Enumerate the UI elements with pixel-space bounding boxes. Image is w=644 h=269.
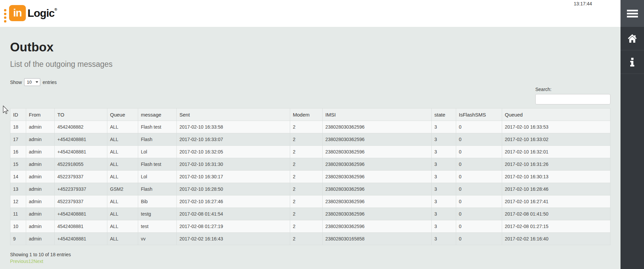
- cell-queued: 2017-02-08 01:27:15: [502, 220, 610, 233]
- cell-queued: 2017-02-02 16:16:40: [502, 233, 610, 245]
- cell-message: test: [138, 220, 177, 233]
- cell-message: Flash test: [138, 158, 177, 171]
- column-header-modem[interactable]: Modem: [290, 108, 323, 121]
- cell-to: 4522379337: [55, 195, 107, 208]
- cell-imsi: 238028030362596: [323, 121, 432, 133]
- cell-to: +4522379337: [55, 183, 107, 195]
- cell-state: 3: [432, 146, 456, 158]
- main-content: Outbox List of the outgoing messages Sho…: [0, 27, 621, 269]
- cell-imsi: 238028030362596: [323, 158, 432, 171]
- cell-id: 11: [10, 208, 26, 220]
- column-header-state[interactable]: state: [432, 108, 456, 121]
- cell-queue: GSM2: [107, 183, 138, 195]
- cell-from: admin: [26, 208, 55, 220]
- cell-message: Lol: [138, 171, 177, 183]
- cell-sent: 2017-02-10 16:30:17: [177, 171, 290, 183]
- logo-wordmark: Logic®: [28, 7, 57, 19]
- column-header-queue[interactable]: Queue: [107, 108, 138, 121]
- cell-queued: 2017-02-10 16:32:01: [502, 146, 610, 158]
- cell-message: Lol: [138, 146, 177, 158]
- home-icon: [627, 34, 637, 43]
- pagination-next[interactable]: Next: [34, 259, 43, 264]
- cell-id: 13: [10, 183, 26, 195]
- cell-queued: 2017-02-10 16:33:53: [502, 121, 610, 133]
- column-header-from[interactable]: From: [26, 108, 55, 121]
- table-row: 14admin4522379337ALLLol2017-02-10 16:30:…: [10, 171, 610, 183]
- cell-modem: 2: [290, 195, 323, 208]
- cell-queued: 2017-02-10 16:33:02: [502, 133, 610, 146]
- sidebar-item-home[interactable]: [621, 27, 644, 50]
- pagination-previous[interactable]: Previous: [10, 259, 28, 264]
- cell-state: 3: [432, 171, 456, 183]
- cell-isflashsms: 0: [456, 208, 502, 220]
- column-header-sent[interactable]: Sent: [177, 108, 290, 121]
- cell-imsi: 238028030362596: [323, 195, 432, 208]
- sidebar-item-info[interactable]: [621, 50, 644, 74]
- table-row: 15admin4522918055ALLFlash test2017-02-10…: [10, 158, 610, 171]
- entries-label: entries: [43, 80, 57, 85]
- cell-to: +4542408881: [55, 133, 107, 146]
- cell-state: 3: [432, 121, 456, 133]
- show-label: Show: [10, 80, 22, 85]
- logo[interactable]: in Logic®: [4, 4, 57, 23]
- cell-queued: 2017-02-10 16:27:41: [502, 195, 610, 208]
- cell-state: 3: [432, 233, 456, 245]
- cell-queued: 2017-02-10 16:28:46: [502, 183, 610, 195]
- pagination-page-1[interactable]: 1: [28, 259, 31, 264]
- cell-id: 10: [10, 220, 26, 233]
- table-row: 12admin4522379337ALLBib2017-02-10 16:27:…: [10, 195, 610, 208]
- cell-to: 4522918055: [55, 158, 107, 171]
- cell-queued: 2017-02-10 16:30:13: [502, 171, 610, 183]
- cell-imsi: 238028030362596: [323, 183, 432, 195]
- cell-to: +4542408881: [55, 146, 107, 158]
- cell-queue: ALL: [107, 133, 138, 146]
- cell-state: 3: [432, 195, 456, 208]
- cell-message: testg: [138, 208, 177, 220]
- cell-to: 4542408881: [55, 220, 107, 233]
- column-header-isflashsms[interactable]: IsFlashSMS: [456, 108, 502, 121]
- column-header-imsi[interactable]: IMSI: [323, 108, 432, 121]
- cell-id: 14: [10, 171, 26, 183]
- logo-square-text: in: [13, 7, 22, 19]
- cell-modem: 2: [290, 220, 323, 233]
- cell-queue: ALL: [107, 233, 138, 245]
- cell-modem: 2: [290, 133, 323, 146]
- cell-state: 3: [432, 183, 456, 195]
- cell-sent: 2017-02-10 16:33:58: [177, 121, 290, 133]
- cell-isflashsms: 0: [456, 220, 502, 233]
- cell-queue: ALL: [107, 208, 138, 220]
- cell-sent: 2017-02-08 01:27:19: [177, 220, 290, 233]
- column-header-to[interactable]: TO: [55, 108, 107, 121]
- cell-imsi: 238028030165858: [323, 233, 432, 245]
- cell-isflashsms: 0: [456, 195, 502, 208]
- sidebar: [621, 0, 644, 269]
- column-header-id[interactable]: ID: [10, 108, 26, 121]
- cell-sent: 2017-02-10 16:33:07: [177, 133, 290, 146]
- cell-isflashsms: 0: [456, 121, 502, 133]
- cell-modem: 2: [290, 208, 323, 220]
- cell-from: admin: [26, 171, 55, 183]
- cell-message: Flash test: [138, 121, 177, 133]
- cell-state: 3: [432, 220, 456, 233]
- cell-to: +4542408881: [55, 208, 107, 220]
- table-row: 10admin4542408881ALLtest2017-02-08 01:27…: [10, 220, 610, 233]
- column-header-queued[interactable]: Queued: [502, 108, 610, 121]
- cell-queue: ALL: [107, 121, 138, 133]
- search-input[interactable]: [535, 94, 610, 104]
- cell-to: 4522379337: [55, 171, 107, 183]
- cell-from: admin: [26, 183, 55, 195]
- cell-id: 12: [10, 195, 26, 208]
- page-size-select[interactable]: 10: [24, 78, 40, 86]
- table-info: Showing 1 to 10 of 18 entries: [10, 252, 71, 257]
- menu-button[interactable]: [621, 0, 644, 27]
- hamburger-menu-icon: [627, 8, 638, 19]
- cell-state: 3: [432, 158, 456, 171]
- pagination-page-2[interactable]: 2: [31, 259, 34, 264]
- pagination: Previous12Next: [10, 259, 43, 264]
- cell-sent: 2017-02-10 16:31:30: [177, 158, 290, 171]
- registered-mark: ®: [54, 7, 57, 11]
- column-header-message[interactable]: message: [138, 108, 177, 121]
- outbox-table: IDFromTOQueuemessageSentModemIMSIstateIs…: [10, 108, 610, 245]
- cell-message: Flash: [138, 183, 177, 195]
- table-row: 16admin+4542408881ALLLol2017-02-10 16:32…: [10, 146, 610, 158]
